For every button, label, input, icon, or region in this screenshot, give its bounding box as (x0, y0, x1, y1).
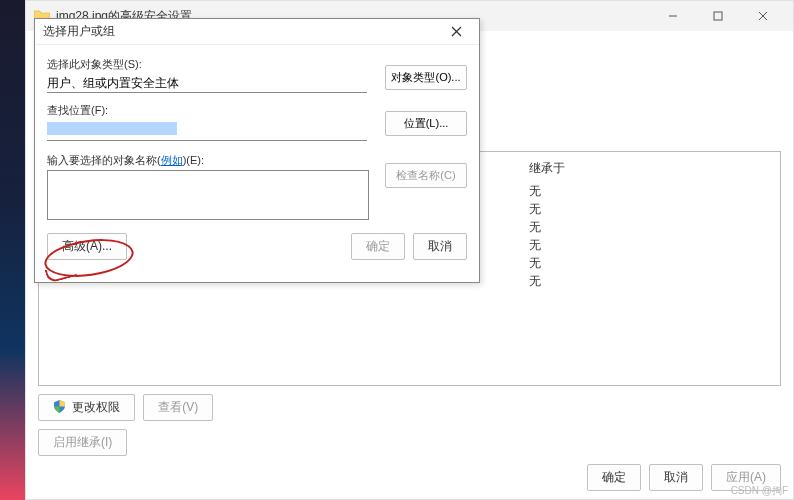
window-controls (650, 1, 785, 31)
location-button[interactable]: 位置(L)... (385, 111, 467, 136)
object-type-field (47, 74, 367, 93)
dialog-body: 选择此对象类型(S): 对象类型(O)... 查找位置(F): 位置(L)...… (35, 45, 479, 270)
location-field (47, 120, 367, 141)
dialog-cancel-button[interactable]: 取消 (413, 233, 467, 260)
dialog-titlebar: 选择用户或组 (35, 19, 479, 45)
cancel-button[interactable]: 取消 (649, 464, 703, 491)
perm-row[interactable]: 无 (529, 254, 541, 272)
ok-button[interactable]: 确定 (587, 464, 641, 491)
object-name-input[interactable] (47, 170, 369, 220)
watermark: CSDN @掏F (731, 484, 788, 498)
perm-row[interactable]: 无 (529, 236, 541, 254)
dialog-title: 选择用户或组 (43, 23, 115, 40)
location-value-highlight (47, 122, 177, 135)
perm-row[interactable]: 无 (529, 182, 541, 200)
change-permission-button[interactable]: 更改权限 (38, 394, 135, 421)
close-button[interactable] (740, 1, 785, 31)
enable-inherit-button[interactable]: 启用继承(I) (38, 429, 127, 456)
svg-rect-1 (714, 12, 722, 20)
change-perm-label: 更改权限 (72, 400, 120, 414)
example-link[interactable]: 例如 (161, 154, 183, 166)
dialog-ok-button[interactable]: 确定 (351, 233, 405, 260)
dialog-close-button[interactable] (441, 21, 471, 43)
maximize-button[interactable] (695, 1, 740, 31)
perm-row[interactable]: 无 (529, 272, 541, 290)
view-button[interactable]: 查看(V) (143, 394, 213, 421)
check-name-button[interactable]: 检查名称(C) (385, 163, 467, 188)
inherit-column-header: 继承于 (529, 160, 565, 177)
desktop-edge (0, 0, 25, 500)
perm-row[interactable]: 无 (529, 200, 541, 218)
object-type-button[interactable]: 对象类型(O)... (385, 65, 467, 90)
minimize-button[interactable] (650, 1, 695, 31)
shield-icon (53, 400, 66, 413)
advanced-button[interactable]: 高级(A)... (47, 233, 127, 260)
perm-row[interactable]: 无 (529, 218, 541, 236)
select-user-group-dialog: 选择用户或组 选择此对象类型(S): 对象类型(O)... 查找位置(F): 位… (34, 18, 480, 283)
